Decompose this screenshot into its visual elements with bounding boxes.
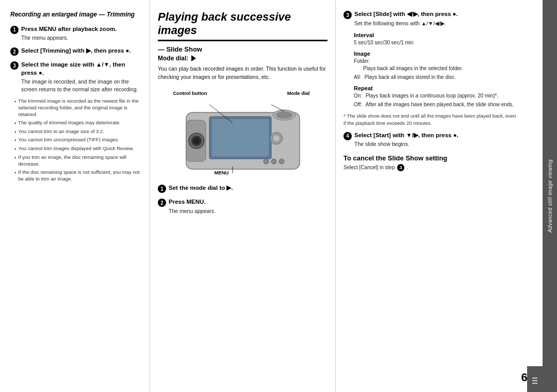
right-step-4-content: Select [Start] with ▼/▶, then press ●. T…: [354, 132, 518, 148]
side-tab-text: Advanced still image viewing: [547, 159, 553, 233]
footnote: * The slide show does not end until all …: [343, 112, 518, 126]
bullet-item: •The trimmed image is recorded as the ne…: [14, 98, 142, 118]
repeat-heading: Repeat: [354, 85, 518, 91]
page-container: Recording an enlarged image — Trimming 1…: [0, 0, 557, 392]
arrow-tab: [527, 366, 543, 392]
step-2-content: Select [Trimming] with ▶, then press ●.: [21, 47, 142, 55]
svg-point-8: [276, 111, 292, 119]
right-step-4: 4 Select [Start] with ▼/▶, then press ●.…: [343, 132, 518, 148]
svg-point-6: [193, 138, 200, 144]
left-section-title: Recording an enlarged image — Trimming: [10, 10, 142, 19]
middle-step-1: 1 Set the mode dial to ▶.: [158, 184, 327, 193]
play-icon: [191, 55, 196, 61]
bullet-item: •If the disc remaining space is not suff…: [14, 169, 142, 183]
middle-step-1-title: Set the mode dial to ▶.: [169, 184, 327, 192]
right-step-3-title: Select [Slide] with ◀/▶, then press ●.: [354, 10, 518, 19]
svg-point-12: [271, 159, 276, 164]
step-3-desc: The image is recorded, and the image on …: [21, 78, 142, 93]
bullet-item: •You cannot trim uncompressed (TIFF) ima…: [14, 137, 142, 144]
bullet-item: •If you trim an image, the disc remainin…: [14, 154, 142, 168]
svg-line-15: [271, 105, 284, 111]
step-1-content: Press MENU after playback zoom. The menu…: [21, 25, 142, 42]
right-step-3-desc: Set the following items with ▲/▼/◀/▶.: [354, 20, 518, 27]
svg-rect-3: [212, 119, 269, 156]
left-column: Recording an enlarged image — Trimming 1…: [0, 0, 150, 392]
step-1-title: Press MENU after playback zoom.: [21, 25, 142, 34]
left-step-1: 1 Press MENU after playback zoom. The me…: [10, 25, 142, 42]
cancel-step-ref: 3: [397, 164, 404, 171]
mode-dial-diagram-label: Mode dial: [287, 90, 310, 96]
step-1-desc: The menu appears.: [21, 34, 142, 42]
main-title: Playing back successive images: [158, 10, 327, 41]
cancel-heading: To cancel the Slide Show setting: [343, 154, 518, 162]
svg-point-11: [264, 159, 269, 164]
interval-section: Interval 5 sec/10 sec/30 sec/1 min: [354, 32, 518, 46]
cancel-section: To cancel the Slide Show setting Select …: [343, 154, 518, 171]
bullet-dot: •: [14, 170, 16, 176]
right-step-3-content: Select [Slide] with ◀/▶, then press ●. S…: [354, 10, 518, 27]
control-button-label: Control button: [173, 90, 207, 96]
middle-step-1-content: Set the mode dial to ▶.: [169, 184, 327, 192]
right-step-num-4: 4: [343, 132, 352, 140]
right-step-4-desc: The slide show begins.: [354, 140, 518, 148]
image-section: Image Folder: Plays back all images in t…: [354, 51, 518, 81]
bullet-dot: •: [14, 129, 16, 136]
mode-dial-label: Mode dial:: [158, 55, 327, 62]
bullet-dot: •: [14, 120, 16, 127]
camera-diagram: Control button Mode dial MENU: [158, 86, 327, 179]
middle-step-2: 2 Press MENU. The menu appears.: [158, 198, 327, 215]
svg-marker-17: [530, 374, 540, 389]
image-heading: Image: [354, 51, 518, 57]
slide-show-heading: — Slide Show: [158, 45, 327, 53]
camera-svg: [181, 97, 305, 177]
middle-step-2-desc: The menu appears.: [169, 207, 327, 215]
right-step-3: 3 Select [Slide] with ◀/▶, then press ●.…: [343, 10, 518, 27]
middle-column: Playing back successive images — Slide S…: [150, 0, 335, 392]
svg-point-13: [279, 159, 284, 164]
middle-sub-steps: 1 Set the mode dial to ▶. 2 Press MENU. …: [158, 184, 327, 215]
bullet-item: •You cannot trim to an image size of 3:2…: [14, 128, 142, 136]
bullet-item: •The quality of trimmed images may deter…: [14, 120, 142, 127]
left-step-3: 3 Select the image size with ▲/▼, then p…: [10, 61, 142, 93]
bullet-dot: •: [14, 146, 16, 153]
step-3-content: Select the image size with ▲/▼, then pre…: [21, 61, 142, 93]
bullet-dot: •: [14, 99, 16, 105]
image-folder-desc: Plays back all images in the selected fo…: [363, 65, 518, 72]
step-num-1: 1: [10, 26, 19, 34]
middle-step-num-2: 2: [158, 199, 166, 207]
bullet-dot: •: [14, 137, 16, 144]
arrow-tab-icon: [530, 374, 540, 389]
interval-heading: Interval: [354, 32, 518, 38]
repeat-on: On: Plays back images in a continuous lo…: [354, 92, 518, 100]
right-step-4-title: Select [Start] with ▼/▶, then press ●.: [354, 132, 518, 140]
image-folder-label: Folder:: [354, 58, 518, 65]
repeat-off: Off: After all the images have been play…: [354, 101, 518, 108]
step-num-2: 2: [10, 47, 19, 56]
image-all: All: Plays back all images stored in the…: [354, 74, 518, 81]
step-num-3: 3: [10, 61, 19, 70]
cancel-text: Select [Cancel] in step 3 .: [343, 164, 518, 171]
repeat-section: Repeat On: Plays back images in a contin…: [354, 85, 518, 108]
bullet-dot: •: [14, 155, 16, 161]
right-column: 3 Select [Slide] with ◀/▶, then press ●.…: [335, 0, 526, 392]
right-step-num-3: 3: [343, 11, 352, 19]
step-3-title: Select the image size with ▲/▼, then pre…: [21, 61, 142, 77]
body-text: You can play back recorded images in ord…: [158, 65, 327, 81]
left-step-2: 2 Select [Trimming] with ▶, then press ●…: [10, 47, 142, 56]
bullet-item: •You cannot trim images displayed with Q…: [14, 145, 142, 153]
interval-value: 5 sec/10 sec/30 sec/1 min: [354, 39, 518, 46]
bullet-list: •The trimmed image is recorded as the ne…: [14, 98, 142, 182]
middle-step-num-1: 1: [158, 185, 166, 193]
middle-step-2-title: Press MENU.: [169, 198, 327, 206]
side-tab: Advanced still image viewing: [543, 0, 557, 392]
svg-point-10: [273, 135, 280, 141]
middle-step-2-content: Press MENU. The menu appears.: [169, 198, 327, 215]
step-2-title: Select [Trimming] with ▶, then press ●.: [21, 47, 142, 55]
